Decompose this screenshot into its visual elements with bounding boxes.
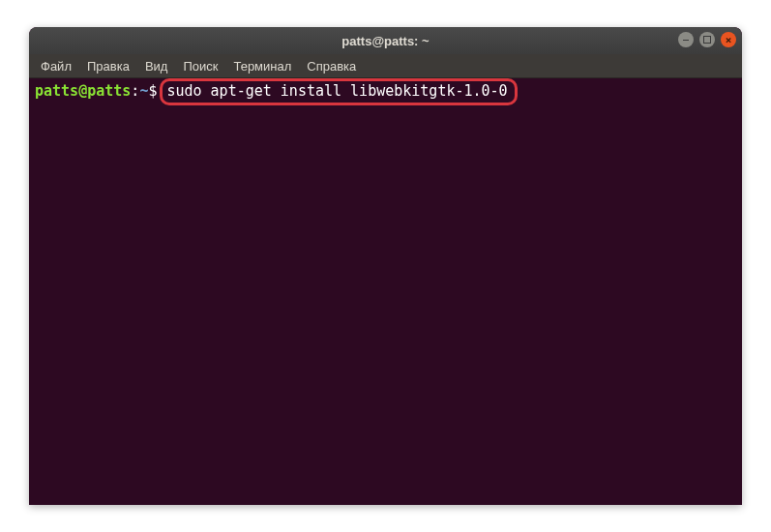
prompt-user: patts@patts xyxy=(35,82,131,101)
titlebar: patts@patts: ~ xyxy=(29,27,742,54)
close-icon[interactable] xyxy=(721,32,736,47)
maximize-icon[interactable] xyxy=(699,32,715,47)
menubar: Файл Правка Вид Поиск Терминал Справка xyxy=(29,54,742,78)
menu-file[interactable]: Файл xyxy=(33,56,79,76)
command-text: sudo apt-get install libwebkitgtk-1.0-0 xyxy=(163,81,511,101)
prompt-colon: : xyxy=(131,82,139,101)
terminal-body[interactable]: patts@patts:~$ sudo apt-get install libw… xyxy=(29,78,742,104)
command-wrap: sudo apt-get install libwebkitgtk-1.0-0 xyxy=(163,82,511,101)
menu-view[interactable]: Вид xyxy=(137,56,176,76)
prompt-path: ~ xyxy=(139,82,148,101)
menu-terminal[interactable]: Терминал xyxy=(225,56,299,76)
prompt-dollar: $ xyxy=(148,82,157,101)
window-title: patts@patts: ~ xyxy=(341,34,429,48)
prompt-line: patts@patts:~$ sudo apt-get install libw… xyxy=(35,82,736,101)
window-controls xyxy=(678,32,736,47)
menu-search[interactable]: Поиск xyxy=(175,56,225,76)
minimize-icon[interactable] xyxy=(678,32,694,47)
menu-help[interactable]: Справка xyxy=(299,56,364,76)
menu-edit[interactable]: Правка xyxy=(79,56,137,76)
terminal-window: patts@patts: ~ Файл Правка Вид Поиск Тер… xyxy=(29,27,742,505)
